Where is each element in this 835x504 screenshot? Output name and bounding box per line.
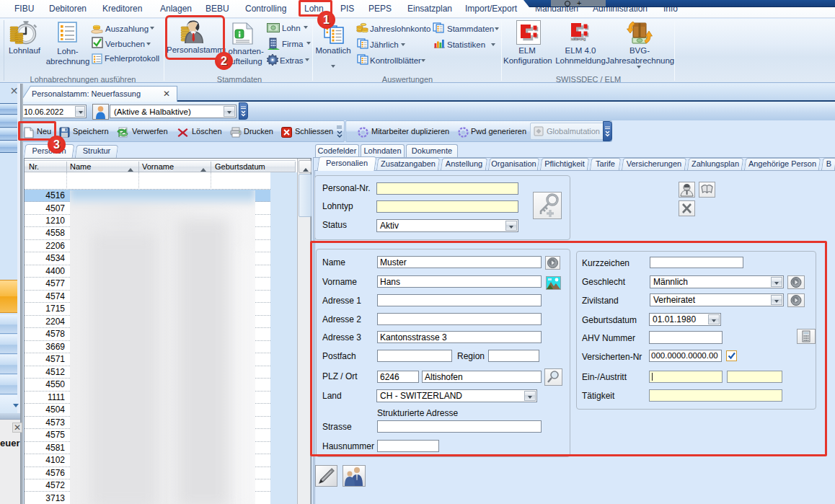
svg-text:säla•u•g: säla•u•g <box>571 37 586 41</box>
